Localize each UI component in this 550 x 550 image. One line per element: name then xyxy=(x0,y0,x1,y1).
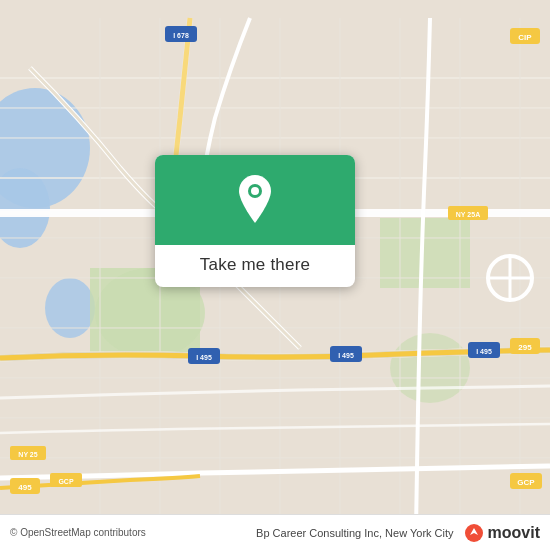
card-header xyxy=(155,155,355,245)
moovit-brand-text: moovit xyxy=(488,524,540,542)
svg-point-2 xyxy=(45,278,95,338)
svg-text:I 678: I 678 xyxy=(173,32,189,39)
svg-text:NY 25: NY 25 xyxy=(18,451,37,458)
moovit-logo: moovit xyxy=(464,523,540,543)
svg-text:495: 495 xyxy=(18,483,32,492)
svg-point-6 xyxy=(390,333,470,403)
attribution-text: © OpenStreetMap contributors xyxy=(10,527,256,538)
map-container: 495 295 CIP GCP I 678 NY 25A NY 25A I 49… xyxy=(0,0,550,550)
location-pin-icon xyxy=(233,173,277,227)
location-label: Bp Career Consulting Inc, New York City xyxy=(256,527,453,539)
navigation-card[interactable]: Take me there xyxy=(155,155,355,287)
card-body: Take me there xyxy=(155,245,355,287)
svg-text:I 495: I 495 xyxy=(338,352,354,359)
info-bar: © OpenStreetMap contributors Bp Career C… xyxy=(0,514,550,550)
moovit-icon xyxy=(464,523,484,543)
svg-text:GCP: GCP xyxy=(517,478,535,487)
take-me-there-button[interactable]: Take me there xyxy=(200,255,310,274)
svg-text:GCP: GCP xyxy=(58,478,74,485)
svg-point-56 xyxy=(251,187,259,195)
svg-text:295: 295 xyxy=(518,343,532,352)
svg-text:NY 25A: NY 25A xyxy=(456,211,480,218)
svg-text:I 495: I 495 xyxy=(476,348,492,355)
svg-text:CIP: CIP xyxy=(518,33,532,42)
svg-text:I 495: I 495 xyxy=(196,354,212,361)
